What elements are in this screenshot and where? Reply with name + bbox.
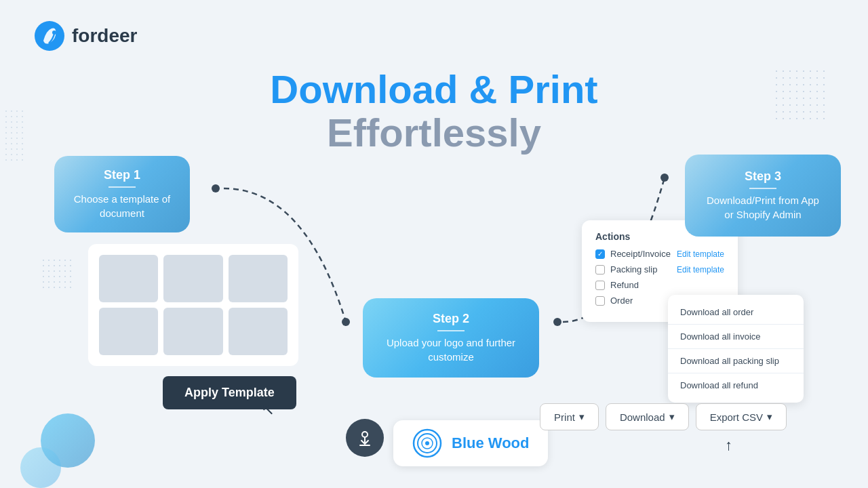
- packing-edit-link[interactable]: Edit template: [677, 265, 724, 274]
- order-checkbox[interactable]: [595, 296, 605, 306]
- packing-label: Packing slip: [610, 264, 657, 274]
- svg-point-3: [342, 318, 350, 326]
- svg-point-10: [425, 441, 429, 445]
- template-cell-1[interactable]: [99, 255, 158, 302]
- svg-point-4: [553, 318, 561, 326]
- bottom-buttons: Print ▾ Download ▾ Export CSV ▾: [540, 403, 787, 430]
- action-left-receipt: ✓ Receipt/Invoice: [595, 249, 671, 259]
- svg-point-2: [212, 184, 220, 192]
- receipt-edit-link[interactable]: Edit template: [677, 249, 724, 259]
- bg-dots-top-right: [773, 68, 827, 122]
- cursor-arrow: ↖: [261, 400, 275, 419]
- step1-card: Step 1 Choose a template of document: [54, 156, 190, 232]
- print-button[interactable]: Print ▾: [540, 403, 599, 430]
- receipt-checkbox[interactable]: ✓: [595, 249, 605, 259]
- print-chevron-icon: ▾: [579, 411, 585, 423]
- packing-checkbox[interactable]: [595, 265, 605, 274]
- logo-text: fordeer: [72, 25, 137, 47]
- step3-divider: [749, 188, 776, 189]
- export-csv-label: Export CSV: [710, 411, 763, 423]
- template-cell-3[interactable]: [229, 255, 288, 302]
- receipt-label: Receipt/Invoice: [610, 249, 671, 259]
- bluewood-text: Blue Wood: [452, 434, 529, 452]
- download-chevron-icon: ▾: [669, 411, 675, 423]
- action-row-receipt: ✓ Receipt/Invoice Edit template: [595, 249, 724, 259]
- export-csv-button[interactable]: Export CSV ▾: [696, 403, 787, 430]
- step1-description: Choose a template of document: [68, 192, 176, 220]
- template-grid: [99, 255, 288, 355]
- cursor-arrow2: ↑: [725, 436, 732, 454]
- template-cell-6[interactable]: [229, 308, 288, 355]
- step3-card: Step 3 Download/Print from App or Shopif…: [685, 155, 841, 237]
- print-label: Print: [554, 411, 575, 423]
- step3-description: Download/Print from App or Shopify Admin: [701, 193, 825, 222]
- step2-label: Step 2: [379, 312, 523, 326]
- dropdown-item-invoice[interactable]: Download all invoice: [668, 325, 804, 349]
- step1-label: Step 1: [68, 168, 176, 182]
- download-button[interactable]: Download ▾: [606, 403, 689, 430]
- step2-card: Step 2 Upload your logo and further cust…: [363, 298, 539, 378]
- template-grid-container: [88, 244, 298, 366]
- refund-label: Refund: [610, 280, 639, 290]
- svg-point-1: [52, 30, 56, 35]
- share-icon: [355, 428, 375, 448]
- template-cell-4[interactable]: [99, 308, 158, 355]
- step2-description: Upload your logo and further customize: [379, 336, 523, 364]
- action-left-refund: Refund: [595, 280, 639, 290]
- download-dropdown: Download all order Download all invoice …: [668, 295, 804, 403]
- bg-dots-left: [41, 258, 75, 291]
- step1-divider: [108, 186, 136, 188]
- action-left-packing: Packing slip: [595, 264, 657, 274]
- step3-label: Step 3: [701, 169, 825, 184]
- dropdown-item-packing[interactable]: Download all packing slip: [668, 349, 804, 373]
- template-cell-2[interactable]: [163, 255, 222, 302]
- bg-dots-left2: [3, 108, 24, 163]
- export-csv-chevron-icon: ▾: [767, 411, 772, 423]
- title-line2: Effortlessly: [197, 111, 671, 155]
- svg-point-5: [660, 174, 669, 182]
- step2-divider: [437, 330, 465, 331]
- bluewood-logo-icon: [412, 428, 442, 458]
- logo-icon: [34, 20, 65, 52]
- download-label: Download: [620, 411, 665, 423]
- apply-template-button[interactable]: Apply Template: [163, 376, 296, 409]
- header: fordeer: [34, 20, 137, 52]
- action-left-order: Order: [595, 296, 633, 306]
- share-icon-container[interactable]: [346, 419, 384, 457]
- action-row-packing: Packing slip Edit template: [595, 264, 724, 274]
- template-cell-5[interactable]: [163, 308, 222, 355]
- dropdown-item-order[interactable]: Download all order: [668, 300, 804, 325]
- action-row-refund: Refund: [595, 280, 724, 290]
- title-line1: Download & Print: [197, 68, 671, 111]
- dropdown-item-refund[interactable]: Download all refund: [668, 373, 804, 397]
- main-title-block: Download & Print Effortlessly: [197, 68, 671, 155]
- refund-checkbox[interactable]: [595, 281, 605, 290]
- bg-circle-bottom-left2: [20, 447, 61, 488]
- bluewood-container: Blue Wood: [393, 420, 548, 466]
- svg-point-6: [362, 432, 368, 437]
- order-label: Order: [610, 296, 633, 306]
